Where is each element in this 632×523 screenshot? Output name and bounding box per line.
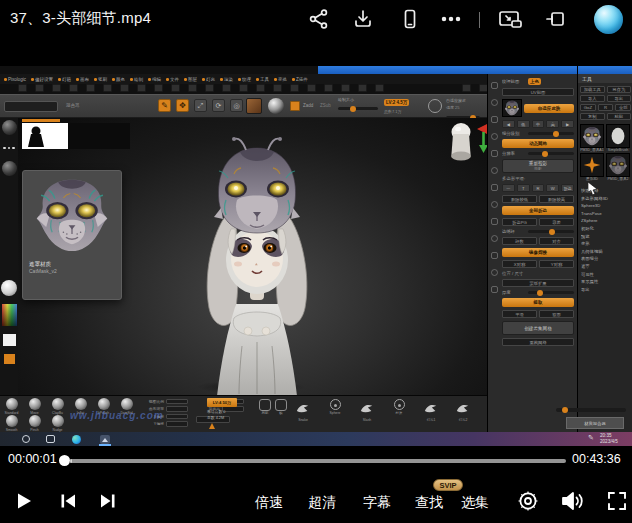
subtool-thumbnail[interactable]	[606, 153, 630, 177]
tray-row-orange[interactable]: 全部折边	[502, 206, 574, 215]
user-avatar[interactable]	[594, 5, 623, 34]
play-button[interactable]	[14, 491, 34, 511]
tray-row-orange[interactable]: 提取	[502, 298, 574, 307]
zbrush-menu-item[interactable]: 灯箱	[58, 77, 71, 82]
video-frame-zbrush[interactable]: Pixologic偏好设置灯箱画布笔刷颜色绘制编辑文件图层灯光渲染纹理工具变换Z…	[0, 66, 632, 446]
alpha-picker-icon[interactable]	[2, 161, 17, 176]
subtool-thumb-cell[interactable]: 星形3D	[580, 153, 604, 181]
secondary-color-swatch[interactable]	[3, 334, 16, 346]
zbrush-shortcut-icon[interactable]	[205, 84, 214, 92]
tray-slider-thumb[interactable]	[549, 229, 555, 235]
zbrush-shortcut-icon[interactable]	[375, 84, 384, 92]
bottom-field-input[interactable]	[166, 406, 188, 412]
photos-app-icon[interactable]	[100, 435, 110, 444]
tray-slider-thumb[interactable]	[553, 131, 559, 137]
subtool-thumb-cell[interactable]: SimpleBrush	[606, 124, 630, 152]
tray-row-btns[interactable]: ◀低中高▶	[502, 120, 574, 128]
tray-big-button[interactable]: 重新投影投影	[502, 159, 574, 173]
palette-icon[interactable]	[491, 167, 498, 174]
tool-field[interactable]: 导出	[607, 95, 632, 102]
next-episode-button[interactable]	[99, 492, 117, 510]
palette-icon[interactable]	[491, 218, 498, 225]
tray-field[interactable]: 双面	[539, 310, 574, 318]
stroke-picker-icon[interactable]	[2, 143, 16, 153]
zbrush-menu-item[interactable]: 图层	[184, 77, 197, 82]
material-shelf-icon[interactable]	[4, 354, 15, 364]
zbrush-shortcut-icon[interactable]	[239, 84, 248, 92]
tray-row-slider[interactable]: 边循环	[502, 229, 574, 234]
zbrush-shortcut-icon[interactable]	[18, 84, 27, 92]
zbrush-shortcut-icon[interactable]	[35, 84, 44, 92]
edit-brush-button[interactable]: ✎	[158, 99, 171, 112]
tool-field[interactable]: 另存为	[607, 86, 632, 93]
zbrush-shortcut-icon[interactable]	[137, 84, 146, 92]
shelf-icon-bird[interactable]: 灯光2	[454, 399, 472, 422]
tray-mini-button[interactable]: 高	[546, 120, 559, 128]
tray-mini-button[interactable]: 低	[517, 120, 530, 128]
zbrush-menu-item[interactable]: 画布	[76, 77, 89, 82]
tray-row-orange[interactable]: 动态网格	[502, 139, 574, 148]
tool-field[interactable]: R	[598, 104, 614, 111]
tray-field[interactable]: 折边PG	[502, 218, 537, 226]
tool-list-item[interactable]: 初始化	[581, 226, 631, 231]
focal-shift-dial[interactable]	[428, 99, 442, 113]
more-icon[interactable]	[440, 8, 462, 30]
zbrush-shortcut-icon[interactable]	[256, 84, 265, 92]
scale-button[interactable]: ⤢	[194, 99, 207, 112]
tray-row-fields2[interactable]: X对称Y对称	[502, 260, 574, 268]
tray-orange-button[interactable]: 动态网格	[502, 139, 574, 148]
tray-orange-button[interactable]: 提取	[502, 298, 574, 307]
tray-slider[interactable]	[528, 291, 574, 294]
toolbar-input[interactable]	[4, 101, 58, 112]
palette-icon[interactable]	[491, 201, 498, 208]
tray-row-field[interactable]: UV贴图	[502, 88, 574, 96]
zbrush-menu-item[interactable]: 绘制	[130, 77, 143, 82]
tool-list-item[interactable]: 可见性	[581, 272, 631, 277]
tray-row-field[interactable]: 重构网格	[502, 338, 574, 346]
palette-icon[interactable]	[491, 150, 498, 157]
move-brush-button[interactable]: ✥	[176, 99, 189, 112]
camera-gizmo[interactable]	[446, 120, 487, 170]
tray-row-big[interactable]: 创建差集网格	[502, 321, 574, 335]
tool-field[interactable]: 粘贴	[607, 113, 632, 120]
zbrush-shortcut-icon[interactable]	[86, 84, 95, 92]
tray-orange-button[interactable]: 自适应皮肤	[524, 104, 574, 113]
tray-mini-button[interactable]: ◀	[502, 120, 515, 128]
tray-slider[interactable]	[528, 230, 574, 233]
draw-size-slider[interactable]	[338, 107, 378, 110]
zbrush-shortcut-icon[interactable]	[341, 84, 350, 92]
tray-row-field[interactable]: 蒙版扩展	[502, 279, 574, 287]
tray-row-slider[interactable]: 分辨率	[502, 151, 574, 156]
palette-icon[interactable]	[491, 184, 498, 191]
tray-row-fields2[interactable]: 平滑双面	[502, 310, 574, 318]
frame-button[interactable]	[275, 399, 287, 411]
tray-mini-button[interactable]: R	[532, 184, 545, 192]
palette-icon[interactable]	[491, 82, 498, 89]
search-icon[interactable]	[22, 435, 30, 443]
tray-field[interactable]: X对称	[502, 260, 537, 268]
tool-list-item[interactable]: 变形	[581, 241, 631, 246]
episodes-button[interactable]: 选集	[461, 494, 489, 512]
subtool-thumbnail[interactable]	[580, 153, 604, 177]
subtitle-button[interactable]: 字幕	[363, 494, 391, 512]
bottom-field-input[interactable]	[166, 399, 188, 405]
brush-preset[interactable]: Smooth	[3, 415, 20, 432]
tool-palette-header[interactable]: 工具	[578, 74, 632, 83]
tool-list-item[interactable]: Sphere3D	[581, 203, 631, 208]
subtool-thumbnail[interactable]	[580, 124, 604, 148]
gyro-button[interactable]: ◎	[230, 99, 243, 112]
shelf-icon-bird[interactable]: 灯光1	[422, 399, 440, 422]
brush-preset[interactable]: Standard	[3, 398, 20, 415]
zbrush-menu-item[interactable]: 编辑	[148, 77, 161, 82]
zbrush-menu-item[interactable]: 笔刷	[94, 77, 107, 82]
quality-button[interactable]: 超清	[308, 494, 336, 512]
phone-icon[interactable]	[399, 8, 421, 30]
pen-icon[interactable]: ✎	[588, 434, 594, 442]
zbrush-shortcut-icon[interactable]	[222, 84, 231, 92]
share-icon[interactable]	[308, 8, 330, 30]
subtool-thumb[interactable]	[502, 99, 522, 117]
tray-field[interactable]: Y对称	[539, 260, 574, 268]
material-blend-slider[interactable]	[556, 408, 626, 412]
palette-icon[interactable]	[491, 286, 498, 293]
tray-field[interactable]: 删除较高	[539, 195, 574, 203]
